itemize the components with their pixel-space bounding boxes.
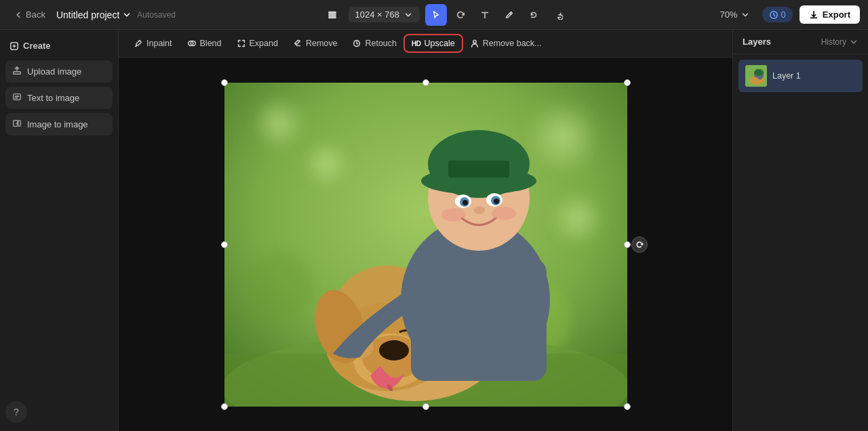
photo-svg <box>224 83 627 407</box>
autosaved-status: Autosaved <box>137 10 176 20</box>
svg-point-44 <box>494 199 499 204</box>
sidebar-right: Layers History Layer 1 <box>732 30 868 431</box>
svg-point-47 <box>474 206 485 214</box>
svg-point-52 <box>750 77 760 84</box>
canvas-area: Inpaint Blend Expand Remo <box>119 30 732 431</box>
inpaint-button[interactable]: Inpaint <box>127 35 179 52</box>
pen-icon <box>505 10 514 20</box>
topbar-right: 70% 0 Export <box>715 5 860 24</box>
edit-tools <box>425 4 569 26</box>
chevron-down-icon <box>741 10 750 20</box>
credits-button[interactable]: 0 <box>762 7 793 22</box>
history-button[interactable]: History <box>821 37 859 47</box>
back-button[interactable]: Back <box>8 7 51 22</box>
handle-top-left[interactable] <box>221 79 228 86</box>
svg-point-15 <box>526 100 601 174</box>
layers-header: Layers History <box>733 30 868 54</box>
img2img-icon <box>12 119 22 128</box>
back-label: Back <box>26 9 45 20</box>
svg-point-17 <box>302 140 350 188</box>
handle-bottom-middle[interactable] <box>422 403 429 410</box>
export-button[interactable]: Export <box>800 5 860 24</box>
expand-button[interactable]: Expand <box>230 35 285 52</box>
layer-thumbnail <box>745 65 767 87</box>
handle-middle-right[interactable] <box>624 241 631 248</box>
export-label: Export <box>823 9 850 20</box>
rotate-handle[interactable] <box>631 237 648 253</box>
handle-top-middle[interactable] <box>422 79 429 86</box>
svg-point-16 <box>550 191 604 245</box>
text-icon <box>480 10 490 20</box>
svg-point-43 <box>462 200 468 205</box>
upload-icon <box>12 66 22 75</box>
retouch-button[interactable]: Retouch <box>345 35 403 52</box>
redo-btn[interactable] <box>450 4 471 26</box>
handle-bottom-left[interactable] <box>221 403 228 410</box>
handle-bottom-right[interactable] <box>624 403 631 410</box>
remove-button[interactable]: Remove <box>286 35 344 52</box>
image-to-image-label: Image to image <box>27 119 88 129</box>
upscale-button[interactable]: HD Upscale <box>405 35 462 52</box>
retouch-icon <box>352 39 361 48</box>
svg-rect-0 <box>328 12 336 13</box>
svg-point-51 <box>754 69 764 76</box>
handle-middle-left[interactable] <box>221 241 228 248</box>
cursor-icon <box>431 10 441 20</box>
svg-rect-38 <box>448 161 509 178</box>
zoom-selector[interactable]: 70% <box>715 7 755 22</box>
chevron-down-icon <box>122 10 132 20</box>
redo2-btn[interactable] <box>547 4 569 26</box>
help-icon: ? <box>14 407 19 417</box>
upload-image-icon <box>12 66 22 77</box>
back-icon <box>14 10 23 20</box>
blend-icon <box>187 39 197 48</box>
svg-rect-2 <box>328 16 336 18</box>
help-button[interactable]: ? <box>5 401 27 423</box>
text-tool-btn[interactable] <box>474 4 496 26</box>
eraser-icon <box>293 39 302 48</box>
rotate-handle-icon <box>635 241 644 249</box>
svg-point-27 <box>379 340 409 361</box>
svg-point-45 <box>441 208 466 222</box>
brush-icon <box>134 39 143 48</box>
toolbar-icons <box>321 4 343 26</box>
layer-name: Layer 1 <box>772 71 801 81</box>
sidebar-item-image-to-image[interactable]: Image to image <box>5 113 113 136</box>
topbar-center: 1024 × 768 <box>184 4 707 26</box>
svg-rect-6 <box>14 94 21 100</box>
pen-tool-btn[interactable] <box>498 4 520 26</box>
select-tool-btn[interactable] <box>425 4 447 26</box>
svg-rect-1 <box>328 14 336 16</box>
layer-thumb-svg <box>745 65 767 87</box>
svg-rect-8 <box>18 121 21 127</box>
sidebar-item-text-to-image[interactable]: Text to image <box>5 87 113 109</box>
canvas-size-selector[interactable]: 1024 × 768 <box>349 7 420 22</box>
chevron-down-icon <box>403 10 413 20</box>
svg-rect-33 <box>411 259 547 381</box>
person-icon <box>470 39 479 48</box>
photo-canvas <box>224 83 627 407</box>
sidebar-item-upload-image[interactable]: Upload image <box>5 60 113 83</box>
chevron-down-icon <box>849 37 859 47</box>
layers-icon-btn[interactable] <box>321 4 343 26</box>
redo-icon <box>553 10 563 20</box>
sidebar-left: Create Upload image Text to image <box>0 30 119 431</box>
export-icon <box>809 10 818 20</box>
topbar: Back Untitled project Autosaved 1024 × 7… <box>0 0 868 30</box>
credits-icon <box>769 10 778 20</box>
history-label: History <box>821 37 846 47</box>
project-title[interactable]: Untitled project <box>56 9 132 20</box>
text-to-image-label: Text to image <box>27 93 79 103</box>
layer-item[interactable]: Layer 1 <box>738 60 863 92</box>
layers-title: Layers <box>743 37 771 47</box>
main-content: Create Upload image Text to image <box>0 30 868 431</box>
topbar-left: Back Untitled project Autosaved <box>8 7 176 22</box>
create-section-label: Create <box>5 38 113 54</box>
blend-button[interactable]: Blend <box>180 35 229 52</box>
undo-icon <box>529 10 538 20</box>
handle-top-right[interactable] <box>624 79 631 86</box>
canvas-container[interactable] <box>119 58 732 431</box>
canvas-size-label: 1024 × 768 <box>355 9 399 20</box>
remove-bg-button[interactable]: Remove back... <box>463 35 549 52</box>
undo-btn[interactable] <box>523 4 545 26</box>
